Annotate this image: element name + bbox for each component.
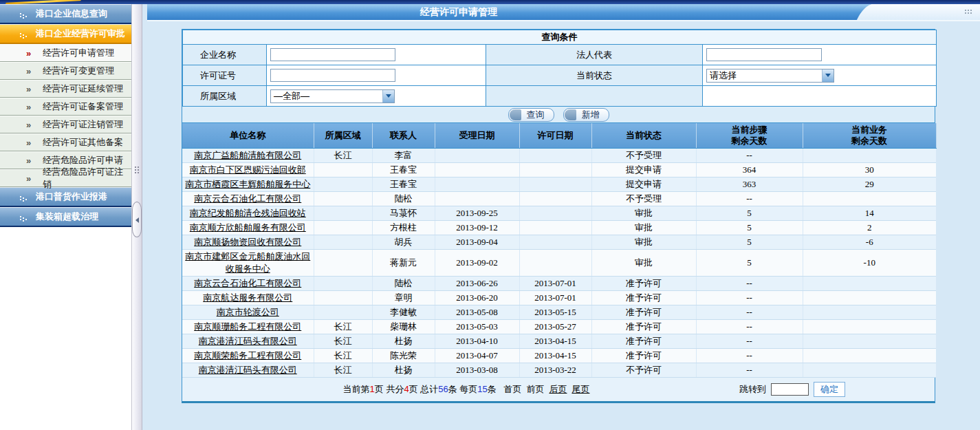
status-cell: 不予受理	[591, 148, 696, 162]
pagination-link[interactable]: 后页	[549, 384, 567, 394]
company-name-link[interactable]: 南京港清江码头有限公司	[199, 336, 297, 346]
region-cell	[314, 162, 372, 177]
license-date-cell: 2013-05-27	[519, 319, 591, 334]
contact-cell: 陆松	[372, 191, 435, 206]
region-cell: 长江	[314, 363, 372, 377]
pagination-bar: 当前第1页 共分4页 总计56条 每页15条 首页前页后页尾页 跳转到 确定	[182, 378, 935, 401]
status-cell: 不予受理	[591, 191, 696, 206]
region-cell	[314, 249, 372, 276]
contact-cell: 王春宝	[372, 162, 435, 177]
sidebar-item-2[interactable]: 经营许可申请管理	[0, 44, 131, 62]
pagination-text: 页 共分	[375, 384, 404, 394]
sidebar-item-1[interactable]: 港口企业经营许可审批	[0, 24, 131, 44]
column-header: 当前步骤 剩余天数	[696, 123, 803, 148]
search-button[interactable]: 查询	[508, 108, 554, 122]
company-name-link[interactable]: 南京市栖霞区丰辉船舶服务中心	[185, 179, 310, 189]
region-cell: 长江	[314, 148, 372, 162]
add-button[interactable]: 新增	[563, 108, 609, 122]
step-days-cell: 5	[696, 206, 803, 220]
license-date-cell: 2013-04-15	[519, 334, 591, 348]
company-name-link[interactable]: 南京航达服务有限公司	[203, 292, 292, 303]
chevron-down-icon	[382, 90, 394, 103]
current-status-select[interactable]: 请选择	[706, 69, 834, 83]
contact-cell: 杜扬	[372, 363, 435, 377]
company-name-link[interactable]: 南京港清江码头有限公司	[199, 365, 297, 375]
menu-arrow-icon	[26, 138, 34, 148]
current-status-label: 当前状态	[486, 65, 703, 86]
region-select[interactable]: —全部—	[270, 89, 395, 103]
biz-days-cell	[803, 305, 936, 319]
company-name-input[interactable]	[270, 48, 395, 61]
company-name-link[interactable]: 南京云合石油化工有限公司	[194, 193, 301, 204]
sidebar-item-3[interactable]: 经营许可变更管理	[0, 62, 131, 80]
confirm-button[interactable]: 确定	[814, 382, 845, 397]
content-container: 查询条件 企业名称 法人代表 许可证号 当前状态	[182, 29, 935, 403]
sidebar-item-9[interactable]: 经营危险品许可证注销	[0, 169, 131, 187]
status-cell: 准予许可	[591, 276, 696, 290]
company-name-link[interactable]: 南京顺扬物资回收有限公司	[194, 237, 301, 247]
sidebar-item-7[interactable]: 经营许可证其他备案	[0, 133, 131, 151]
menu-arrow-icon	[20, 196, 28, 197]
company-name-link[interactable]: 南京市白下区恩赐污油回收部	[190, 164, 306, 175]
region-cell: 长江	[314, 319, 372, 334]
sidebar-item-0[interactable]: 港口企业信息查询	[0, 4, 131, 24]
biz-days-cell	[803, 348, 936, 363]
accept-date-cell: 2013-06-26	[435, 276, 519, 290]
biz-days-cell	[803, 334, 936, 348]
contact-cell: 陆松	[372, 276, 435, 290]
sidebar-item-label: 经营许可证备案管理	[43, 100, 123, 113]
status-cell: 审批	[591, 249, 696, 276]
menu-arrow-icon	[26, 173, 34, 184]
company-name-link[interactable]: 南京顺方欣船舶服务有限公司	[190, 222, 306, 233]
sidebar-splitter[interactable]	[131, 4, 142, 430]
sidebar-item-label: 集装箱超载治理	[36, 211, 98, 223]
region-cell: 长江	[314, 334, 372, 348]
sidebar-item-label: 经营许可证其他备案	[43, 136, 123, 149]
table-row: 南京航达服务有限公司 章明 2013-06-20 2013-07-01 准予许可…	[182, 290, 936, 305]
menu-arrow-icon	[26, 48, 34, 58]
license-no-input[interactable]	[270, 69, 395, 82]
table-row: 南京纪发船舶清仓残油回收站 马菉怀 2013-09-25 审批 5 14	[182, 206, 936, 220]
legal-rep-input[interactable]	[706, 48, 822, 61]
sidebar-item-5[interactable]: 经营许可证备案管理	[0, 98, 131, 116]
status-cell: 准予许可	[591, 290, 696, 305]
sidebar-item-label: 港口企业经营许可审批	[36, 28, 125, 40]
menu-arrow-icon	[20, 33, 28, 34]
sidebar-item-6[interactable]: 经营许可证注销管理	[0, 116, 131, 133]
column-header: 受理日期	[435, 123, 519, 148]
biz-days-cell	[803, 363, 936, 377]
company-name-link[interactable]: 南京云合石油化工有限公司	[194, 278, 301, 288]
company-name-link[interactable]: 南京市建邺区金元船舶废油水回收服务中心	[185, 251, 310, 274]
contact-cell: 李富	[372, 148, 435, 162]
contact-cell: 方根柱	[372, 220, 435, 235]
pagination-link[interactable]: 尾页	[571, 384, 589, 394]
menu-arrow-icon	[26, 102, 34, 112]
region-cell	[314, 191, 372, 206]
company-name-link[interactable]: 南京纪发船舶清仓残油回收站	[190, 208, 306, 218]
header-grip-icon	[965, 10, 966, 11]
license-date-cell: 2013-05-15	[519, 305, 591, 319]
sidebar-collapse-handle[interactable]	[132, 202, 142, 237]
license-date-cell: 2013-03-22	[519, 363, 591, 377]
accept-date-cell	[435, 162, 519, 177]
company-name-link[interactable]: 南京顺荣船务工程有限公司	[194, 350, 301, 361]
sidebar-item-11[interactable]: 集装箱超载治理	[0, 207, 131, 227]
sidebar-item-label: 经营许可证延续管理	[43, 83, 123, 95]
company-name-link[interactable]: 南京市轮渡公司	[217, 307, 279, 317]
column-header: 当前业务 剩余天数	[803, 123, 936, 148]
accept-date-cell	[435, 191, 519, 206]
biz-days-cell: -6	[803, 235, 936, 249]
jump-page-input[interactable]	[771, 383, 809, 396]
accept-date-cell: 2013-05-03	[435, 319, 519, 334]
sidebar-item-4[interactable]: 经营许可证延续管理	[0, 80, 131, 98]
status-cell: 准予许可	[591, 348, 696, 363]
company-name-link[interactable]: 南京广益船舶清舱有限公司	[194, 150, 301, 160]
step-days-cell: --	[696, 363, 803, 377]
sidebar-item-label: 经营许可申请管理	[43, 47, 114, 59]
pagination-text: 页 总计	[409, 384, 439, 394]
pagination-link: 首页	[503, 384, 521, 394]
table-row: 南京市建邺区金元船舶废油水回收服务中心 蒋新元 2013-09-02 审批 5 …	[182, 249, 936, 276]
table-header-row: 单位名称所属区域联系人受理日期许可日期当前状态当前步骤 剩余天数当前业务 剩余天…	[182, 123, 936, 148]
company-name-link[interactable]: 南京顺珊船务工程有限公司	[194, 321, 301, 332]
biz-days-cell: 2	[803, 220, 936, 235]
